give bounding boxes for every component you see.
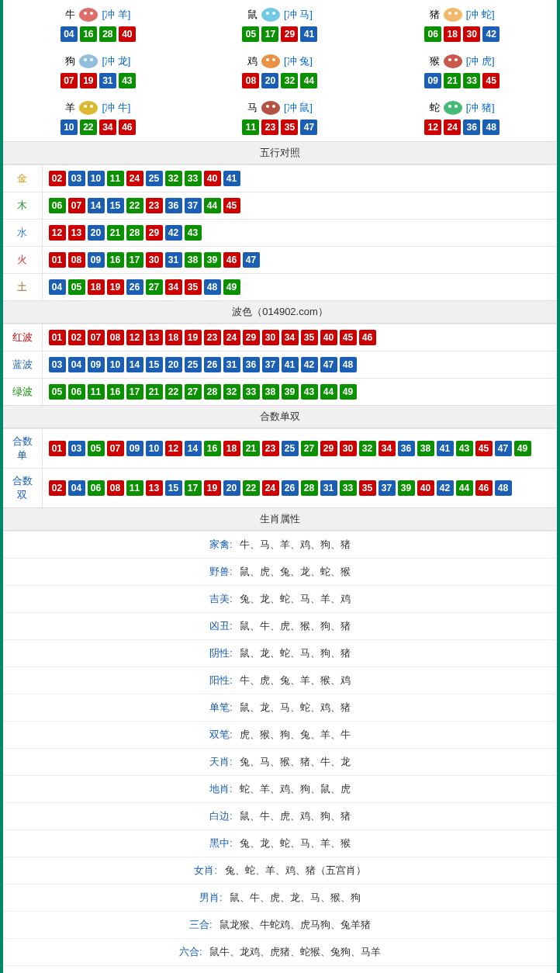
num-07: 07	[88, 330, 105, 345]
row-label: 木	[3, 192, 42, 220]
num-17: 17	[126, 384, 143, 400]
num-29: 29	[146, 225, 163, 241]
attr-key: 阳性:	[209, 674, 233, 686]
attr-val: 牛、马、羊、鸡、狗、猪	[240, 538, 351, 550]
zodiac-chong: [冲 龙]	[102, 54, 130, 68]
num-10: 10	[60, 119, 78, 135]
num-47: 47	[495, 441, 512, 456]
num-34: 34	[99, 119, 116, 135]
attr-key: 白边:	[209, 810, 233, 822]
num-35: 35	[281, 119, 298, 135]
attr-val: 蛇、羊、鸡、狗、鼠、虎	[240, 783, 351, 795]
num-18: 18	[223, 441, 240, 456]
num-12: 12	[126, 330, 143, 345]
attr-val: 鼠、牛、虎、鸡、狗、猪	[240, 810, 351, 822]
row-绿波: 绿波 05061116172122272832333839434449	[3, 379, 557, 406]
zodiac-name: 鸡	[247, 54, 258, 68]
bose-header: 波色（014902.com）	[3, 300, 557, 324]
num-36: 36	[398, 441, 415, 456]
row-水: 水 1213202128294243	[3, 220, 557, 247]
attr-row: 女肖: 兔、蛇、羊、鸡、猪（五宫肖）	[3, 857, 557, 884]
svg-point-10	[84, 58, 87, 61]
num-24: 24	[223, 330, 240, 345]
num-20: 20	[165, 357, 182, 372]
num-42: 42	[301, 357, 318, 372]
num-21: 21	[444, 73, 461, 88]
num-42: 42	[482, 26, 500, 42]
num-08: 08	[107, 330, 124, 345]
num-18: 18	[165, 330, 182, 345]
zodiac-name: 猴	[430, 54, 440, 68]
num-27: 27	[301, 441, 318, 456]
num-03: 03	[68, 171, 85, 186]
num-26: 26	[126, 279, 143, 295]
num-28: 28	[99, 26, 116, 42]
num-49: 49	[223, 279, 240, 295]
svg-point-8	[455, 12, 458, 15]
num-18: 18	[88, 279, 105, 295]
zodiac-cell-蛇: 蛇 [冲 猪] 12243648	[373, 96, 551, 138]
num-22: 22	[126, 198, 143, 213]
num-38: 38	[185, 252, 202, 268]
zodiac-name: 狗	[65, 54, 75, 68]
attr-key: 黑中:	[209, 837, 233, 849]
num-13: 13	[146, 480, 163, 496]
zodiac-cell-牛: 牛 [冲 羊] 04162840	[9, 3, 187, 45]
num-09: 09	[126, 441, 143, 456]
zodiac-cell-鼠: 鼠 [冲 马] 05172941	[192, 3, 369, 45]
num-23: 23	[261, 119, 278, 135]
num-48: 48	[340, 357, 357, 372]
attr-val: 兔、马、猴、猪、牛、龙	[240, 756, 351, 767]
num-24: 24	[126, 171, 143, 186]
attr-val: 鼠牛、龙鸡、虎猪、蛇猴、兔狗、马羊	[209, 946, 381, 957]
svg-point-14	[272, 58, 275, 61]
attr-val: 牛、虎、兔、羊、猴、鸡	[240, 674, 351, 686]
svg-point-0	[79, 8, 98, 22]
num-40: 40	[204, 171, 221, 186]
num-35: 35	[185, 279, 202, 295]
num-07: 07	[68, 198, 85, 213]
attr-row: 天肖: 兔、马、猴、猪、牛、龙	[3, 748, 557, 775]
zodiac-name: 牛	[65, 8, 75, 22]
num-37: 37	[185, 198, 202, 213]
svg-point-2	[90, 12, 93, 15]
heshu-header: 合数单双	[3, 405, 557, 428]
num-43: 43	[301, 384, 318, 400]
attr-key: 阴性:	[209, 647, 233, 659]
num-34: 34	[165, 279, 182, 295]
attr-key: 三合:	[189, 919, 213, 930]
num-23: 23	[204, 330, 221, 345]
num-41: 41	[437, 441, 454, 456]
num-02: 02	[49, 480, 66, 496]
attr-val: 兔、蛇、羊、鸡、猪（五宫肖）	[225, 864, 366, 876]
num-12: 12	[165, 441, 182, 456]
row-label: 水	[3, 220, 42, 247]
svg-point-9	[79, 54, 98, 68]
num-41: 41	[282, 357, 299, 372]
zodiac-grid: 牛 [冲 羊] 04162840 鼠 [冲 马] 05172941 猪 [冲 蛇…	[3, 0, 557, 141]
num-37: 37	[379, 480, 396, 496]
num-31: 31	[320, 480, 337, 496]
zodiac-cell-猴: 猴 [冲 虎] 09213345	[373, 50, 551, 92]
attr-row: 阴性: 鼠、龙、蛇、马、狗、猪	[3, 639, 557, 667]
num-33: 33	[463, 73, 480, 88]
num-21: 21	[243, 441, 260, 456]
attr-key: 地肖:	[209, 783, 233, 795]
zodiac-cell-鸡: 鸡 [冲 兔] 08203244	[192, 50, 369, 92]
num-05: 05	[49, 384, 66, 400]
svg-point-24	[444, 101, 462, 115]
num-01: 01	[49, 252, 66, 268]
num-10: 10	[107, 357, 124, 372]
num-46: 46	[359, 330, 376, 345]
attr-row: 双笔: 虎、猴、狗、兔、羊、牛	[3, 721, 557, 748]
num-32: 32	[165, 171, 182, 186]
num-34: 34	[379, 441, 396, 456]
num-44: 44	[300, 73, 317, 88]
num-04: 04	[68, 480, 85, 496]
num-06: 06	[88, 480, 105, 496]
num-09: 09	[424, 73, 441, 88]
row-label: 合数单	[3, 429, 42, 469]
num-45: 45	[482, 73, 500, 88]
num-33: 33	[243, 384, 260, 400]
num-02: 02	[49, 171, 66, 186]
